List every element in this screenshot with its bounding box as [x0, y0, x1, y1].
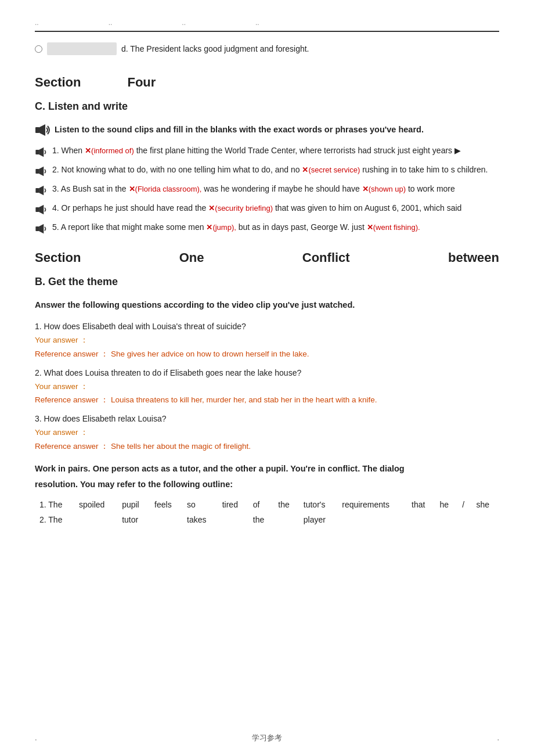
qa-3: 3. How does Elisabeth relax Louisa? Your…	[35, 412, 499, 453]
radio-option-d[interactable]: d. The President lacks good judgment and…	[35, 42, 499, 55]
outline-2-col6	[218, 512, 248, 527]
wrong-text-2-1: (secret service)	[308, 165, 360, 174]
outline-1-col1: 1. The	[35, 497, 74, 512]
question-3-text: 3. How does Elisabeth relax Louisa?	[35, 412, 499, 425]
listen-instruction: Listen to the sound clips and fill in th…	[35, 123, 499, 136]
listen-5-text: 5. A report like that might make some me…	[52, 221, 420, 233]
speaker-icon-2[interactable]	[35, 165, 49, 177]
svg-rect-2	[35, 150, 39, 154]
ref-answer-2: Reference answer ： Louisa threatens to k…	[35, 394, 499, 406]
option-d-text: d. The President lacks good judgment and…	[121, 42, 309, 55]
speaker-icon-3[interactable]	[35, 184, 49, 196]
outline-1-col4: feels	[150, 497, 182, 512]
svg-marker-7	[39, 186, 44, 195]
qa-1: 1. How does Elisabeth deal with Louisa's…	[35, 320, 499, 361]
radio-box-d	[47, 42, 117, 55]
wrong-text-5-1: (jump),	[212, 223, 236, 232]
wrong-mark-2-1: ✕	[302, 165, 308, 174]
listen-instruction-text: Listen to the sound clips and fill in th…	[55, 123, 424, 136]
wrong-mark-3-2: ✕	[362, 185, 369, 193]
outline-2-col3: tutor	[117, 512, 150, 527]
wrong-mark-5-2: ✕	[367, 223, 373, 232]
speaker-icon-5[interactable]	[35, 222, 49, 235]
listen-item-5: 5. A report like that might make some me…	[35, 221, 499, 235]
outline-row-2: 2. The tutor takes the player	[35, 512, 499, 527]
section-four-header: Section Four	[35, 72, 499, 92]
outline-2-col9: player	[299, 512, 337, 527]
wrong-text-3-1: (Florida classroom),	[135, 185, 202, 193]
listen-2-text: 2. Not knowing what to do, with no one t…	[52, 164, 488, 176]
listen-items: 1. When ✕(informed of) the first plane h…	[35, 145, 499, 235]
listen-3-middle: was he wondering if maybe he should have	[204, 184, 360, 193]
page: .. .. .. .. d. The President lacks good …	[0, 0, 534, 756]
four-label: Four	[127, 72, 156, 92]
section-one-conflict-label: Conflict	[302, 247, 350, 268]
listen-4-suffix: that was given to him on August 6, 2001,…	[275, 203, 461, 213]
speaker-icon-4[interactable]	[35, 203, 49, 215]
outline-2-col8	[273, 512, 299, 527]
your-answer-1: Your answer ：	[35, 334, 499, 347]
question-1-text: 1. How does Elisabeth deal with Louisa's…	[35, 320, 499, 333]
ref-answer-1: Reference answer ： She gives her advice …	[35, 348, 499, 361]
radio-d[interactable]	[35, 45, 42, 53]
outline-2-col5: takes	[182, 512, 218, 527]
outline-2-col7: the	[248, 512, 274, 527]
outline-2-col1: 2. The	[35, 512, 74, 527]
section-one-header: Section One Conflict between	[35, 247, 499, 268]
resolution-title: resolution. You may refer to the followi…	[35, 478, 499, 491]
listen-1-middle: the first plane hitting the World Trade …	[136, 146, 452, 155]
svg-rect-6	[35, 188, 39, 193]
section-one-one-label: One	[179, 247, 204, 268]
speaker-icon-1[interactable]	[35, 146, 49, 158]
wrong-text-4-1: (security briefing)	[215, 204, 273, 213]
outline-1-col14: she	[472, 497, 499, 512]
listen-3-suffix: to work more	[408, 184, 455, 193]
wrong-text-3-2: (shown up)	[369, 185, 406, 193]
svg-rect-4	[35, 169, 39, 174]
outline-1-col10: requirements	[337, 497, 407, 512]
outline-1-col9: tutor's	[299, 497, 337, 512]
wrong-mark-3-1: ✕	[129, 185, 135, 193]
listen-1-suffix: ▶	[454, 146, 461, 155]
qa-2: 2. What does Louisa threaten to do if El…	[35, 366, 499, 407]
listen-item-2: 2. Not knowing what to do, with no one t…	[35, 164, 499, 177]
svg-marker-9	[39, 205, 44, 214]
listen-item-1: 1. When ✕(informed of) the first plane h…	[35, 145, 499, 158]
footer-left: .	[35, 732, 37, 744]
section-four-label: Section	[35, 72, 81, 92]
svg-rect-0	[35, 127, 39, 133]
your-answer-2: Your answer ：	[35, 380, 499, 393]
outline-1-col8: the	[273, 497, 299, 512]
outline-1-col2: spoiled	[74, 497, 117, 512]
get-theme-title: B. Get the theme	[35, 273, 499, 290]
outline-2-col4	[150, 512, 182, 527]
section-one-between-label: between	[448, 247, 499, 268]
svg-marker-5	[39, 167, 44, 176]
outline-2-col2	[74, 512, 117, 527]
listen-2-suffix: rushing in to take him to s children.	[362, 165, 488, 174]
outline-row-1: 1. The spoiled pupil feels so tired of t…	[35, 497, 499, 512]
svg-marker-3	[39, 147, 44, 157]
top-bar-dots: .. .. .. ..	[35, 17, 259, 28]
speaker-main-icon	[35, 123, 51, 136]
listen-1-text: 1. When ✕(informed of) the first plane h…	[52, 145, 461, 157]
top-bar: .. .. .. ..	[35, 17, 499, 32]
svg-rect-8	[35, 207, 39, 212]
wrong-text-1-1: (informed of)	[91, 146, 134, 155]
outline-1-col6: tired	[218, 497, 248, 512]
wrong-mark-5-1: ✕	[206, 223, 212, 232]
listen-item-3: 3. As Bush sat in the ✕(Florida classroo…	[35, 183, 499, 196]
qa-blocks: 1. How does Elisabeth deal with Louisa's…	[35, 320, 499, 453]
svg-marker-1	[39, 124, 45, 136]
outline-1-col3: pupil	[117, 497, 150, 512]
listen-5-middle: but as in days past, George W. just	[239, 222, 365, 232]
footer-right: .	[497, 732, 499, 744]
outline-1-col11: that	[407, 497, 435, 512]
section-one-section-label: Section	[35, 247, 81, 268]
question-2-text: 2. What does Louisa threaten to do if El…	[35, 366, 499, 379]
footer: . 学习参考 .	[0, 732, 534, 744]
outline-table: 1. The spoiled pupil feels so tired of t…	[35, 497, 499, 528]
dot1: ..	[35, 17, 39, 28]
answer-instruction: Answer the following questions according…	[35, 298, 499, 312]
svg-rect-10	[35, 226, 39, 231]
